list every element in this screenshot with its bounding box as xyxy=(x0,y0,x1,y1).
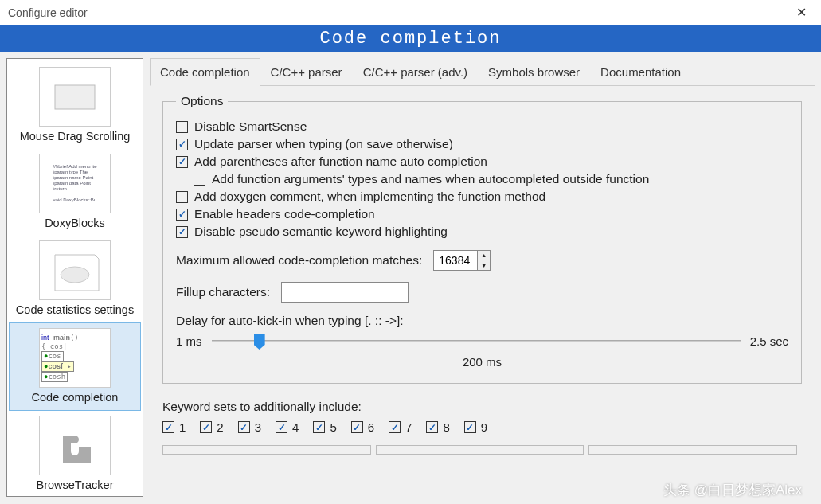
tab-bar: Code completion C/C++ parser C/C++ parse… xyxy=(150,58,815,86)
ks-3[interactable]: 3 xyxy=(238,420,261,434)
thumb-code-completion: int main() { cos| ●cos ●cosf ▸ ●cosh xyxy=(39,328,111,388)
fillup-input[interactable] xyxy=(281,282,409,303)
checkbox-icon[interactable] xyxy=(194,174,205,186)
watermark: 头条 @白日梦想家Alex xyxy=(663,481,802,499)
delay-slider[interactable] xyxy=(212,333,741,349)
ks-7[interactable]: 7 xyxy=(389,420,412,434)
slider-track xyxy=(212,340,741,342)
page-header: Code completion xyxy=(0,25,821,52)
checkbox-icon[interactable] xyxy=(176,226,188,238)
checkbox-icon[interactable] xyxy=(176,209,188,221)
checkbox-icon[interactable] xyxy=(176,191,188,203)
delay-value: 200 ms xyxy=(176,355,788,369)
svg-rect-0 xyxy=(55,85,95,109)
ks-4[interactable]: 4 xyxy=(276,420,299,434)
checkbox-icon[interactable] xyxy=(351,421,363,433)
sidebar-item-browsetracker[interactable]: BrowseTracker xyxy=(7,411,143,497)
sidebar-item-mouse-drag[interactable]: Mouse Drag Scrolling xyxy=(7,62,143,149)
max-matches-spin[interactable]: ▲▼ xyxy=(433,250,491,271)
fillup-label: Fillup characters: xyxy=(176,285,270,299)
ks-5[interactable]: 5 xyxy=(313,420,336,434)
sidebar-item-code-completion[interactable]: int main() { cos| ●cos ●cosf ▸ ●cosh Cod… xyxy=(9,322,141,411)
main-panel: Code completion C/C++ parser C/C++ parse… xyxy=(150,58,815,497)
opt-disable-pseudo[interactable]: Disable pseudo semantic keyword highligh… xyxy=(176,225,788,239)
thumb-mouse-drag xyxy=(39,67,111,127)
tab-documentation[interactable]: Documentation xyxy=(590,58,691,86)
tab-c-cpp-parser-adv[interactable]: C/C++ parser (adv.) xyxy=(353,58,478,86)
opt-add-parens[interactable]: Add parentheses after function name auto… xyxy=(176,154,788,169)
max-matches-input[interactable] xyxy=(434,251,477,270)
ks-6[interactable]: 6 xyxy=(351,420,374,434)
ks-1[interactable]: 1 xyxy=(162,420,186,434)
opt-add-doxygen[interactable]: Add doxygen comment, when implementing t… xyxy=(176,189,788,204)
window-title: Configure editor xyxy=(8,6,88,19)
thumb-code-stats xyxy=(39,240,111,300)
thumb-doxyblocks: //!\brief Add menu ite\param type The\pa… xyxy=(39,154,111,213)
checkbox-icon[interactable] xyxy=(426,421,438,433)
tab-symbols-browser[interactable]: Symbols browser xyxy=(478,58,590,86)
sidebar[interactable]: Mouse Drag Scrolling //!\brief Add menu … xyxy=(6,58,143,497)
slider-thumb[interactable] xyxy=(254,334,265,350)
options-fieldset: Options Disable SmartSense Update parser… xyxy=(162,94,802,384)
spin-up-icon[interactable]: ▲ xyxy=(478,251,490,260)
checkbox-icon[interactable] xyxy=(176,121,188,133)
thumb-browsetracker xyxy=(39,416,111,475)
footer-boxes xyxy=(162,445,802,459)
delay-max: 2.5 sec xyxy=(750,334,788,348)
opt-enable-headers[interactable]: Enable headers code-completion xyxy=(176,207,788,221)
checkbox-icon[interactable] xyxy=(176,139,188,150)
ks-8[interactable]: 8 xyxy=(426,420,449,434)
keyword-sets-label: Keyword sets to additionally include: xyxy=(162,400,802,414)
svg-point-1 xyxy=(61,267,89,283)
delay-label: Delay for auto-kick-in when typing [. ::… xyxy=(176,314,788,328)
close-icon[interactable]: ✕ xyxy=(790,2,813,23)
opt-add-args[interactable]: Add function arguments' types and names … xyxy=(194,172,788,186)
keyword-sets-row: 1 2 3 4 5 6 7 8 9 xyxy=(162,420,802,434)
delay-min: 1 ms xyxy=(176,334,202,348)
checkbox-icon[interactable] xyxy=(276,421,287,433)
options-legend: Options xyxy=(176,94,228,108)
tab-code-completion[interactable]: Code completion xyxy=(150,58,260,86)
tab-c-cpp-parser[interactable]: C/C++ parser xyxy=(260,58,353,86)
opt-disable-smartsense[interactable]: Disable SmartSense xyxy=(176,119,788,134)
checkbox-icon[interactable] xyxy=(162,421,174,433)
checkbox-icon[interactable] xyxy=(238,421,250,433)
checkbox-icon[interactable] xyxy=(176,156,188,168)
checkbox-icon[interactable] xyxy=(389,421,401,433)
checkbox-icon[interactable] xyxy=(464,421,476,433)
sidebar-item-code-stats[interactable]: Code statistics settings xyxy=(7,236,143,322)
opt-update-parser[interactable]: Update parser when typing (on save other… xyxy=(176,137,788,151)
max-matches-label: Maximum allowed code-completion matches: xyxy=(176,253,422,268)
titlebar: Configure editor ✕ xyxy=(0,0,821,25)
ks-9[interactable]: 9 xyxy=(464,420,487,434)
checkbox-icon[interactable] xyxy=(313,421,325,433)
checkbox-icon[interactable] xyxy=(200,421,212,433)
ks-2[interactable]: 2 xyxy=(200,420,223,434)
sidebar-item-doxyblocks[interactable]: //!\brief Add menu ite\param type The\pa… xyxy=(7,149,143,236)
spin-down-icon[interactable]: ▼ xyxy=(478,260,490,270)
